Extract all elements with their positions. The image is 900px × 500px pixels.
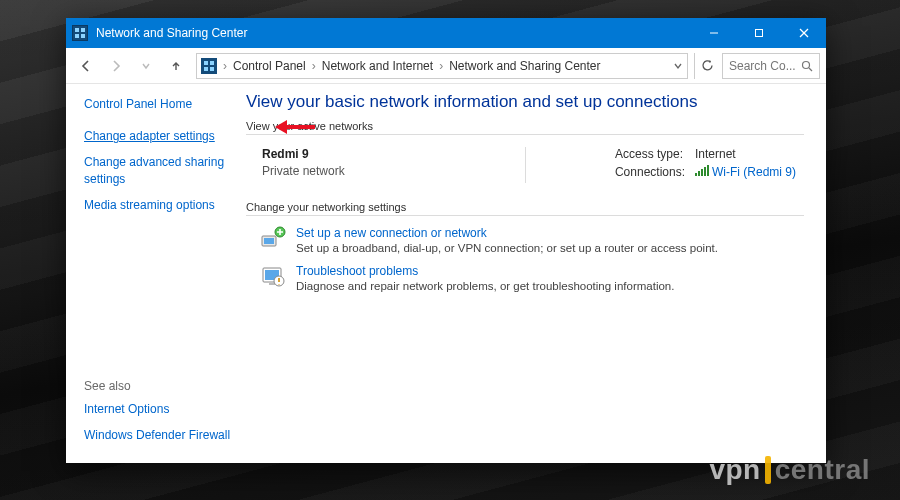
- change-settings-label: Change your networking settings: [246, 201, 804, 216]
- task-setup-connection: Set up a new connection or network Set u…: [260, 226, 804, 254]
- task-troubleshoot: Troubleshoot problems Diagnose and repai…: [260, 264, 804, 292]
- breadcrumb-item[interactable]: Network and Sharing Center: [449, 59, 600, 73]
- chevron-icon[interactable]: ›: [310, 59, 318, 73]
- watermark: vpn central: [709, 454, 870, 486]
- sidebar-link-media[interactable]: Media streaming options: [84, 197, 232, 213]
- svg-rect-2: [75, 34, 79, 38]
- chevron-icon[interactable]: ›: [221, 59, 229, 73]
- seealso-link-internet-options[interactable]: Internet Options: [84, 401, 232, 417]
- seealso-link-firewall[interactable]: Windows Defender Firewall: [84, 427, 232, 443]
- watermark-left: vpn: [709, 454, 760, 486]
- page-heading: View your basic network information and …: [246, 92, 804, 112]
- nav-row: › Control Panel › Network and Internet ›…: [66, 48, 826, 84]
- see-also-label: See also: [84, 379, 232, 393]
- access-type-value: Internet: [695, 147, 796, 161]
- network-name: Redmi 9: [262, 147, 345, 161]
- svg-line-13: [809, 68, 812, 71]
- watermark-right: central: [775, 454, 870, 486]
- minimize-button[interactable]: [691, 18, 736, 48]
- connections-label: Connections:: [615, 165, 685, 179]
- task-link-troubleshoot[interactable]: Troubleshoot problems: [296, 264, 418, 278]
- active-networks-label: View your active networks: [246, 120, 804, 135]
- svg-rect-10: [204, 67, 208, 71]
- address-bar[interactable]: › Control Panel › Network and Internet ›…: [196, 53, 688, 79]
- setup-connection-icon: [260, 226, 286, 252]
- task-link-setup[interactable]: Set up a new connection or network: [296, 226, 487, 240]
- network-type: Private network: [262, 164, 345, 178]
- window-title: Network and Sharing Center: [96, 26, 247, 40]
- divider: [525, 147, 526, 183]
- sidebar-link-sharing[interactable]: Change advanced sharing settings: [84, 154, 232, 186]
- sidebar: Control Panel Home Change adapter settin…: [66, 84, 242, 463]
- svg-rect-3: [81, 34, 85, 38]
- window-controls: [691, 18, 826, 48]
- body: Control Panel Home Change adapter settin…: [66, 84, 826, 463]
- task-desc-troubleshoot: Diagnose and repair network problems, or…: [296, 280, 674, 292]
- titlebar[interactable]: Network and Sharing Center: [66, 18, 826, 48]
- window: Network and Sharing Center › Control Pan…: [66, 18, 826, 463]
- search-input[interactable]: Search Co...: [722, 53, 820, 79]
- breadcrumb-item[interactable]: Network and Internet: [322, 59, 433, 73]
- search-icon: [801, 60, 813, 72]
- network-block: Redmi 9 Private network Access type: Int…: [246, 145, 804, 191]
- svg-rect-8: [204, 61, 208, 65]
- breadcrumb-item[interactable]: Control Panel: [233, 59, 306, 73]
- maximize-button[interactable]: [736, 18, 781, 48]
- task-desc-setup: Set up a broadband, dial-up, or VPN conn…: [296, 242, 718, 254]
- forward-button[interactable]: [102, 52, 130, 80]
- svg-rect-1: [81, 28, 85, 32]
- address-icon: [201, 58, 217, 74]
- content-pane: View your basic network information and …: [242, 84, 826, 463]
- up-button[interactable]: [162, 52, 190, 80]
- connection-link[interactable]: Wi-Fi (Redmi 9): [712, 165, 796, 179]
- svg-rect-9: [210, 61, 214, 65]
- sidebar-link-adapter[interactable]: Change adapter settings: [84, 128, 232, 144]
- refresh-button[interactable]: [694, 53, 720, 79]
- watermark-bar-icon: [765, 456, 771, 484]
- svg-rect-11: [210, 67, 214, 71]
- wifi-signal-icon: [695, 166, 709, 176]
- search-placeholder: Search Co...: [729, 59, 797, 73]
- access-type-label: Access type:: [615, 147, 685, 161]
- troubleshoot-icon: [260, 264, 286, 290]
- svg-rect-0: [75, 28, 79, 32]
- svg-rect-5: [755, 30, 762, 37]
- chevron-icon[interactable]: ›: [437, 59, 445, 73]
- sidebar-home-link[interactable]: Control Panel Home: [84, 96, 232, 112]
- recent-dropdown[interactable]: [132, 52, 160, 80]
- svg-rect-15: [264, 238, 274, 244]
- close-button[interactable]: [781, 18, 826, 48]
- chevron-down-icon[interactable]: [673, 61, 683, 71]
- app-icon: [72, 25, 88, 41]
- svg-point-12: [803, 61, 810, 68]
- back-button[interactable]: [72, 52, 100, 80]
